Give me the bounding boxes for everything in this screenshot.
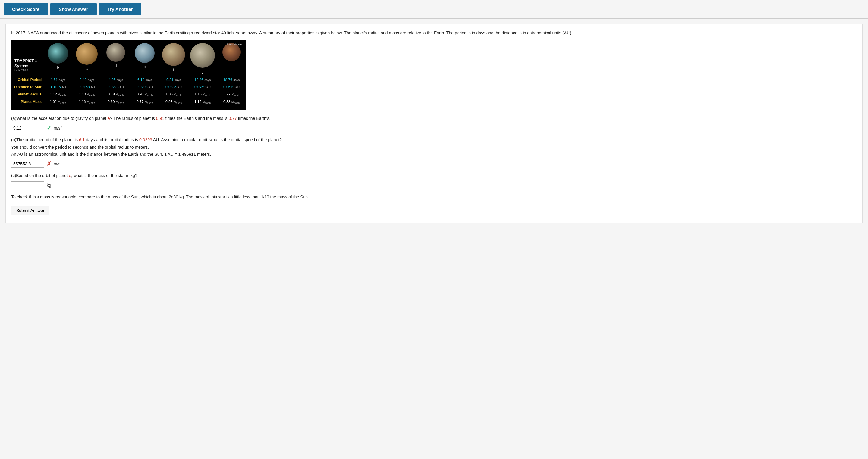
question-b: (b)The orbital period of the planet is 6…	[11, 137, 857, 168]
question-c-text: (c)Based on the orbit of planet e, what …	[11, 172, 857, 179]
illustration-label: Illustrations	[225, 42, 242, 46]
dist-g: 0.0469 AU	[188, 84, 217, 91]
answer-c-input[interactable]	[11, 181, 44, 189]
system-label: System	[14, 64, 43, 69]
planet-b-letter: b	[57, 65, 59, 70]
content-area: In 2017, NASA announced the discovery of…	[5, 24, 863, 223]
planet-col-g: g	[188, 43, 217, 75]
period-e: 6.10 days	[130, 76, 159, 84]
mass-e: 0.77 Mearth	[130, 98, 159, 106]
planet-f-letter: f	[173, 68, 174, 72]
planet-col-f: f	[159, 43, 188, 75]
question-c-input-row: kg	[11, 181, 857, 189]
planet-e-letter: e	[144, 65, 146, 69]
dist-h: 0.0619 AU	[217, 84, 246, 91]
period-c: 2.42 days	[72, 76, 101, 84]
question-b-text: (b)The orbital period of the planet is 6…	[11, 137, 857, 143]
unit-a: m/s²	[54, 126, 62, 130]
rad-d: 0.78 Rearth	[101, 91, 130, 98]
submit-answer-button[interactable]: Submit Answer	[11, 206, 50, 215]
dist-b: 0.0115 AU	[43, 84, 72, 91]
planet-c-letter: c	[86, 67, 88, 71]
mass-label: Planet Mass	[11, 98, 43, 106]
correct-icon-a: ✓	[47, 125, 51, 131]
unit-c: kg	[47, 183, 51, 188]
planet-h-letter: h	[230, 63, 233, 67]
planet-d-visual	[106, 43, 125, 62]
question-c: (c)Based on the orbit of planet e, what …	[11, 172, 857, 189]
answer-a-input[interactable]	[11, 124, 44, 132]
planet-col-h: h	[217, 43, 246, 75]
rad-e: 0.91 Rearth	[130, 91, 159, 98]
incorrect-icon-b: ✗	[47, 161, 51, 167]
dist-e: 0.0293 AU	[130, 84, 159, 91]
question-b-hint1: You should convert the period to seconds…	[11, 144, 857, 151]
radius-label: Planet Radius	[11, 91, 43, 98]
period-f: 9.21 days	[159, 76, 188, 84]
try-another-button[interactable]: Try Another	[99, 3, 141, 15]
planet-d-letter: d	[115, 64, 117, 68]
rad-h: 0.77 Rearth	[217, 91, 246, 98]
dist-c: 0.0158 AU	[72, 84, 101, 91]
rad-c: 1.10 Rearth	[72, 91, 101, 98]
check-score-button[interactable]: Check Score	[4, 3, 48, 15]
planet-image-container: Illustrations TRAPPIST-1 System Feb. 201…	[11, 40, 246, 110]
question-a-input-row: ✓ m/s²	[11, 124, 857, 132]
hint-text: To check if this mass is reasonable, com…	[11, 194, 857, 200]
question-a-text: (a)What is the acceleration due to gravi…	[11, 116, 857, 122]
period-b: 1.51 days	[43, 76, 72, 84]
planet-f-visual	[162, 43, 185, 66]
rad-b: 1.12 Rearth	[43, 91, 72, 98]
intro-paragraph: In 2017, NASA announced the discovery of…	[11, 30, 857, 36]
period-g: 12.36 days	[188, 76, 217, 84]
question-a: (a)What is the acceleration due to gravi…	[11, 116, 857, 132]
planet-c-visual	[76, 43, 98, 65]
distance-label: Distance to Star	[11, 84, 43, 91]
mass-b: 1.02 Mearth	[43, 98, 72, 106]
mass-g: 1.15 Mearth	[188, 98, 217, 106]
system-name: TRAPPIST-1	[14, 59, 43, 64]
planet-g-visual	[190, 43, 215, 68]
show-answer-button[interactable]: Show Answer	[50, 3, 97, 15]
mass-d: 0.30 Mearth	[101, 98, 130, 106]
orbital-period-label: Orbital Period	[11, 76, 43, 84]
period-h: 18.76 days	[217, 76, 246, 84]
question-b-input-row: ✗ m/s	[11, 160, 857, 168]
planet-col-c: c	[72, 43, 101, 75]
rad-g: 1.15 Rearth	[188, 91, 217, 98]
planet-g-letter: g	[202, 70, 204, 74]
rad-f: 1.05 Rearth	[159, 91, 188, 98]
mass-h: 0.33 Mearth	[217, 98, 246, 106]
system-date: Feb. 2018	[14, 69, 43, 72]
planet-col-b: b	[43, 43, 72, 75]
planet-col-d: d	[101, 43, 130, 75]
period-d: 4.05 days	[101, 76, 130, 84]
answer-b-input[interactable]	[11, 160, 44, 168]
planet-b-visual	[48, 43, 68, 64]
unit-b: m/s	[54, 161, 61, 166]
mass-c: 1.16 Mearth	[72, 98, 101, 106]
planet-e-visual	[135, 43, 155, 63]
question-b-hint2: An AU is an astronomical unit and is the…	[11, 151, 857, 158]
dist-f: 0.0385 AU	[159, 84, 188, 91]
toolbar: Check Score Show Answer Try Another	[0, 0, 868, 19]
mass-f: 0.93 Mearth	[159, 98, 188, 106]
dist-d: 0.0223 AU	[101, 84, 130, 91]
planet-col-e: e	[130, 43, 159, 75]
